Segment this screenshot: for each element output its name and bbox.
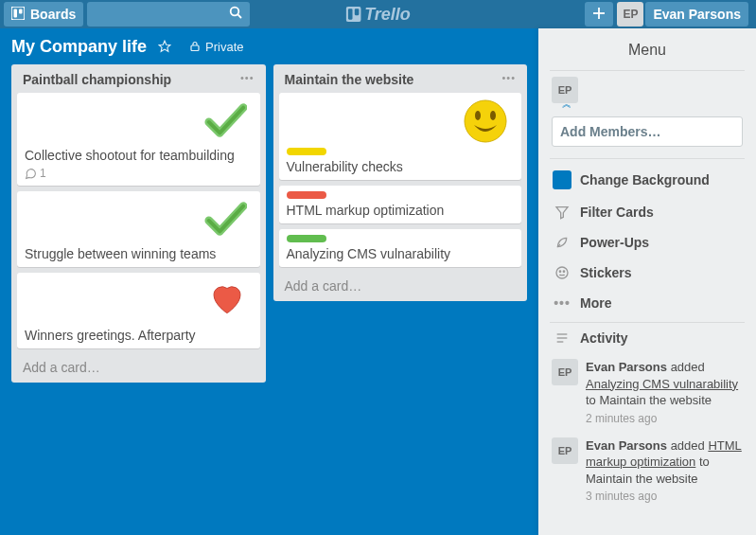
- user-avatar[interactable]: EP: [617, 2, 643, 27]
- list-title[interactable]: Maintain the website: [285, 72, 414, 87]
- svg-point-16: [556, 267, 568, 278]
- menu-more[interactable]: ••• More: [538, 288, 756, 318]
- activity-icon: [552, 330, 572, 346]
- menu-change-background[interactable]: Change Background: [538, 163, 756, 197]
- svg-point-3: [231, 8, 239, 16]
- heart-sticker: [207, 278, 247, 321]
- card[interactable]: Analyzing CMS vulnarability: [279, 229, 522, 267]
- svg-marker-10: [159, 41, 170, 51]
- global-header: Boards Trello EP Evan Parsons: [0, 0, 756, 28]
- svg-rect-1: [14, 9, 18, 17]
- list: Maintain the website ••• Vulnerability c…: [273, 64, 528, 301]
- svg-rect-11: [191, 45, 199, 51]
- menu-activity-header: Activity: [538, 323, 756, 353]
- comment-badge: 1: [25, 167, 253, 180]
- card[interactable]: Struggle between winning teams: [17, 191, 260, 267]
- menu-power-ups[interactable]: Power-Ups: [538, 227, 756, 258]
- app-logo[interactable]: Trello: [345, 5, 411, 25]
- more-icon: •••: [552, 295, 572, 311]
- user-menu-button[interactable]: Evan Parsons: [645, 2, 748, 27]
- svg-point-18: [563, 271, 564, 272]
- list-title[interactable]: Paintball championship: [23, 72, 171, 87]
- card-title: Struggle between winning teams: [25, 246, 253, 261]
- add-card-button[interactable]: Add a card…: [279, 273, 522, 294]
- menu-title: Menu: [538, 28, 756, 70]
- card-title: Winners greetings. Afterparty: [25, 328, 253, 343]
- svg-point-12: [465, 100, 506, 142]
- member-section: EP ︽: [538, 71, 756, 109]
- boards-label: Boards: [30, 7, 76, 22]
- svg-rect-2: [19, 9, 23, 13]
- svg-rect-0: [11, 7, 25, 20]
- smile-sticker: [463, 98, 508, 147]
- activity-entry: EP Evan Parsons added HTML markup optimi…: [538, 432, 756, 510]
- background-swatch-icon: [553, 170, 571, 189]
- activity-avatar: EP: [552, 437, 578, 464]
- board-title[interactable]: My Company life: [11, 37, 147, 57]
- search-icon: [229, 6, 242, 23]
- sticker-icon: [552, 265, 572, 280]
- label-red: [287, 191, 326, 199]
- list-menu-button[interactable]: •••: [501, 72, 516, 87]
- svg-rect-7: [354, 9, 359, 15]
- svg-marker-15: [556, 207, 568, 219]
- card[interactable]: HTML markup optimization: [279, 186, 522, 223]
- add-members-button[interactable]: Add Members…: [552, 116, 743, 147]
- svg-point-13: [475, 111, 481, 120]
- star-button[interactable]: [158, 40, 176, 53]
- boards-button[interactable]: Boards: [4, 2, 83, 27]
- card-title: Vulnerability checks: [287, 159, 515, 174]
- label-yellow: [287, 148, 326, 155]
- check-sticker: [203, 98, 247, 145]
- card-title: HTML markup optimization: [287, 203, 515, 218]
- list: Paintball championship ••• Collective sh…: [11, 64, 266, 383]
- activity-target-link[interactable]: Analyzing CMS vulnarability: [586, 377, 738, 391]
- board-canvas: Paintball championship ••• Collective sh…: [0, 64, 538, 535]
- activity-entry: EP Evan Parsons added Analyzing CMS vuln…: [538, 353, 756, 432]
- check-sticker: [203, 197, 247, 243]
- admin-chevron-icon: ︽: [562, 98, 571, 111]
- filter-icon: [552, 205, 572, 220]
- activity-time: 2 minutes ago: [586, 411, 743, 426]
- card[interactable]: Vulnerability checks: [279, 93, 522, 180]
- card-title: Collective shootout for teambuilding: [25, 148, 253, 163]
- boards-icon: [11, 7, 25, 23]
- activity-time: 3 minutes ago: [586, 489, 743, 504]
- list-menu-button[interactable]: •••: [240, 72, 255, 87]
- activity-avatar: EP: [552, 359, 578, 385]
- logo-text: Trello: [364, 5, 411, 25]
- menu-stickers[interactable]: Stickers: [538, 258, 756, 288]
- header-right: EP Evan Parsons: [585, 2, 752, 27]
- card-title: Analyzing CMS vulnarability: [287, 246, 515, 261]
- menu-filter-cards[interactable]: Filter Cards: [538, 197, 756, 227]
- label-green: [287, 235, 326, 242]
- rocket-icon: [552, 235, 572, 250]
- plus-icon: [592, 7, 606, 23]
- card[interactable]: Collective shootout for teambuilding 1: [17, 93, 260, 186]
- privacy-label: Private: [205, 40, 243, 54]
- board-menu: Menu EP ︽ Add Members… Change Background…: [538, 28, 756, 535]
- privacy-button[interactable]: Private: [189, 40, 243, 54]
- svg-point-17: [559, 271, 560, 272]
- create-button[interactable]: [585, 2, 613, 27]
- search-input[interactable]: [87, 2, 250, 27]
- svg-rect-6: [347, 9, 352, 19]
- svg-point-14: [490, 111, 496, 120]
- add-card-button[interactable]: Add a card…: [17, 354, 260, 375]
- svg-line-4: [237, 14, 241, 18]
- card[interactable]: Winners greetings. Afterparty: [17, 273, 260, 348]
